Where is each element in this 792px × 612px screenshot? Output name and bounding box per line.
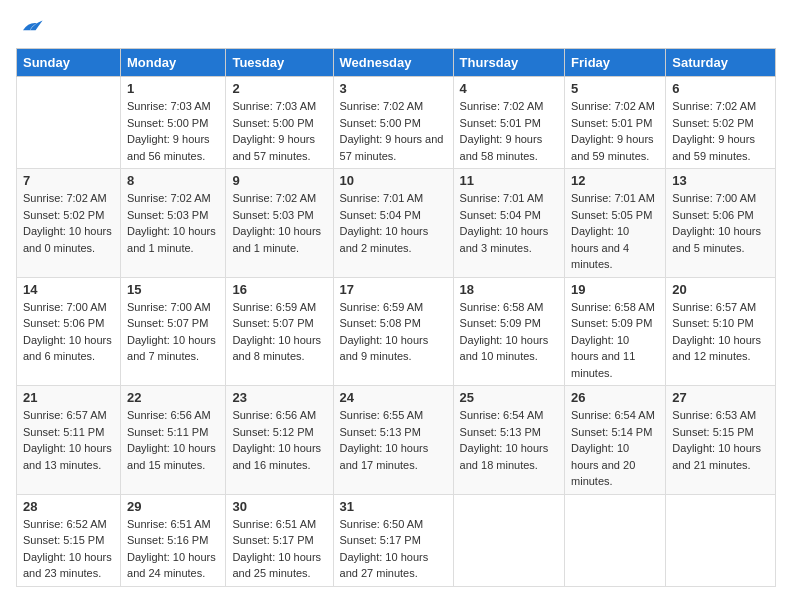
day-number: 16 — [232, 282, 326, 297]
day-info: Sunrise: 7:02 AM Sunset: 5:03 PM Dayligh… — [127, 190, 219, 256]
sunrise: Sunrise: 7:03 AM — [232, 98, 326, 115]
daylight: Daylight: 10 hours and 27 minutes. — [340, 549, 447, 582]
sunrise: Sunrise: 7:02 AM — [571, 98, 659, 115]
calendar-cell: 24 Sunrise: 6:55 AM Sunset: 5:13 PM Dayl… — [333, 386, 453, 495]
daylight: Daylight: 10 hours and 0 minutes. — [23, 223, 114, 256]
week-row-2: 7 Sunrise: 7:02 AM Sunset: 5:02 PM Dayli… — [17, 169, 776, 278]
calendar-table: SundayMondayTuesdayWednesdayThursdayFrid… — [16, 48, 776, 587]
sunset: Sunset: 5:07 PM — [232, 315, 326, 332]
day-info: Sunrise: 7:02 AM Sunset: 5:03 PM Dayligh… — [232, 190, 326, 256]
day-number: 11 — [460, 173, 558, 188]
day-number: 29 — [127, 499, 219, 514]
day-number: 7 — [23, 173, 114, 188]
sunset: Sunset: 5:06 PM — [23, 315, 114, 332]
daylight: Daylight: 10 hours and 1 minute. — [232, 223, 326, 256]
calendar-cell: 29 Sunrise: 6:51 AM Sunset: 5:16 PM Dayl… — [121, 494, 226, 586]
sunrise: Sunrise: 6:56 AM — [232, 407, 326, 424]
calendar-cell: 14 Sunrise: 7:00 AM Sunset: 5:06 PM Dayl… — [17, 277, 121, 386]
calendar-cell: 10 Sunrise: 7:01 AM Sunset: 5:04 PM Dayl… — [333, 169, 453, 278]
daylight: Daylight: 10 hours and 20 minutes. — [571, 440, 659, 490]
daylight: Daylight: 9 hours and 59 minutes. — [672, 131, 769, 164]
sunset: Sunset: 5:03 PM — [127, 207, 219, 224]
day-info: Sunrise: 6:54 AM Sunset: 5:13 PM Dayligh… — [460, 407, 558, 473]
calendar-cell: 20 Sunrise: 6:57 AM Sunset: 5:10 PM Dayl… — [666, 277, 776, 386]
sunset: Sunset: 5:06 PM — [672, 207, 769, 224]
calendar-cell: 17 Sunrise: 6:59 AM Sunset: 5:08 PM Dayl… — [333, 277, 453, 386]
day-info: Sunrise: 6:57 AM Sunset: 5:11 PM Dayligh… — [23, 407, 114, 473]
sunrise: Sunrise: 7:00 AM — [672, 190, 769, 207]
sunrise: Sunrise: 6:57 AM — [23, 407, 114, 424]
sunrise: Sunrise: 6:54 AM — [460, 407, 558, 424]
day-info: Sunrise: 7:02 AM Sunset: 5:00 PM Dayligh… — [340, 98, 447, 164]
day-info: Sunrise: 7:03 AM Sunset: 5:00 PM Dayligh… — [232, 98, 326, 164]
sunrise: Sunrise: 7:03 AM — [127, 98, 219, 115]
sunrise: Sunrise: 6:51 AM — [127, 516, 219, 533]
day-number: 3 — [340, 81, 447, 96]
sunrise: Sunrise: 6:56 AM — [127, 407, 219, 424]
calendar-cell: 25 Sunrise: 6:54 AM Sunset: 5:13 PM Dayl… — [453, 386, 564, 495]
daylight: Daylight: 9 hours and 58 minutes. — [460, 131, 558, 164]
calendar-cell — [666, 494, 776, 586]
daylight: Daylight: 10 hours and 16 minutes. — [232, 440, 326, 473]
calendar-cell: 3 Sunrise: 7:02 AM Sunset: 5:00 PM Dayli… — [333, 77, 453, 169]
day-info: Sunrise: 7:03 AM Sunset: 5:00 PM Dayligh… — [127, 98, 219, 164]
day-info: Sunrise: 7:02 AM Sunset: 5:02 PM Dayligh… — [23, 190, 114, 256]
calendar-cell: 6 Sunrise: 7:02 AM Sunset: 5:02 PM Dayli… — [666, 77, 776, 169]
sunrise: Sunrise: 7:00 AM — [23, 299, 114, 316]
daylight: Daylight: 10 hours and 10 minutes. — [460, 332, 558, 365]
sunset: Sunset: 5:08 PM — [340, 315, 447, 332]
calendar-header-row: SundayMondayTuesdayWednesdayThursdayFrid… — [17, 49, 776, 77]
calendar-cell: 5 Sunrise: 7:02 AM Sunset: 5:01 PM Dayli… — [565, 77, 666, 169]
day-info: Sunrise: 7:02 AM Sunset: 5:01 PM Dayligh… — [460, 98, 558, 164]
day-header-tuesday: Tuesday — [226, 49, 333, 77]
logo-icon — [16, 16, 44, 40]
sunset: Sunset: 5:11 PM — [23, 424, 114, 441]
calendar-cell: 2 Sunrise: 7:03 AM Sunset: 5:00 PM Dayli… — [226, 77, 333, 169]
sunset: Sunset: 5:00 PM — [127, 115, 219, 132]
day-number: 30 — [232, 499, 326, 514]
sunrise: Sunrise: 6:51 AM — [232, 516, 326, 533]
day-number: 2 — [232, 81, 326, 96]
day-info: Sunrise: 6:56 AM Sunset: 5:11 PM Dayligh… — [127, 407, 219, 473]
sunset: Sunset: 5:04 PM — [460, 207, 558, 224]
daylight: Daylight: 9 hours and 57 minutes. — [340, 131, 447, 164]
calendar-cell — [17, 77, 121, 169]
sunset: Sunset: 5:07 PM — [127, 315, 219, 332]
day-info: Sunrise: 6:51 AM Sunset: 5:16 PM Dayligh… — [127, 516, 219, 582]
daylight: Daylight: 10 hours and 8 minutes. — [232, 332, 326, 365]
sunrise: Sunrise: 7:02 AM — [460, 98, 558, 115]
sunset: Sunset: 5:13 PM — [460, 424, 558, 441]
daylight: Daylight: 10 hours and 11 minutes. — [571, 332, 659, 382]
day-header-sunday: Sunday — [17, 49, 121, 77]
sunset: Sunset: 5:14 PM — [571, 424, 659, 441]
week-row-1: 1 Sunrise: 7:03 AM Sunset: 5:00 PM Dayli… — [17, 77, 776, 169]
day-info: Sunrise: 7:02 AM Sunset: 5:02 PM Dayligh… — [672, 98, 769, 164]
sunset: Sunset: 5:01 PM — [460, 115, 558, 132]
day-info: Sunrise: 6:56 AM Sunset: 5:12 PM Dayligh… — [232, 407, 326, 473]
day-header-friday: Friday — [565, 49, 666, 77]
day-number: 5 — [571, 81, 659, 96]
day-info: Sunrise: 6:59 AM Sunset: 5:08 PM Dayligh… — [340, 299, 447, 365]
day-number: 26 — [571, 390, 659, 405]
calendar-cell: 9 Sunrise: 7:02 AM Sunset: 5:03 PM Dayli… — [226, 169, 333, 278]
sunset: Sunset: 5:12 PM — [232, 424, 326, 441]
day-info: Sunrise: 7:00 AM Sunset: 5:07 PM Dayligh… — [127, 299, 219, 365]
day-info: Sunrise: 6:54 AM Sunset: 5:14 PM Dayligh… — [571, 407, 659, 490]
daylight: Daylight: 9 hours and 57 minutes. — [232, 131, 326, 164]
day-info: Sunrise: 7:01 AM Sunset: 5:04 PM Dayligh… — [460, 190, 558, 256]
daylight: Daylight: 10 hours and 1 minute. — [127, 223, 219, 256]
sunset: Sunset: 5:17 PM — [340, 532, 447, 549]
day-number: 15 — [127, 282, 219, 297]
daylight: Daylight: 10 hours and 6 minutes. — [23, 332, 114, 365]
daylight: Daylight: 10 hours and 12 minutes. — [672, 332, 769, 365]
sunrise: Sunrise: 7:01 AM — [340, 190, 447, 207]
page-header — [16, 16, 776, 40]
sunset: Sunset: 5:01 PM — [571, 115, 659, 132]
day-info: Sunrise: 7:02 AM Sunset: 5:01 PM Dayligh… — [571, 98, 659, 164]
calendar-cell: 15 Sunrise: 7:00 AM Sunset: 5:07 PM Dayl… — [121, 277, 226, 386]
sunset: Sunset: 5:17 PM — [232, 532, 326, 549]
day-info: Sunrise: 7:01 AM Sunset: 5:04 PM Dayligh… — [340, 190, 447, 256]
day-info: Sunrise: 6:52 AM Sunset: 5:15 PM Dayligh… — [23, 516, 114, 582]
daylight: Daylight: 10 hours and 2 minutes. — [340, 223, 447, 256]
day-number: 14 — [23, 282, 114, 297]
